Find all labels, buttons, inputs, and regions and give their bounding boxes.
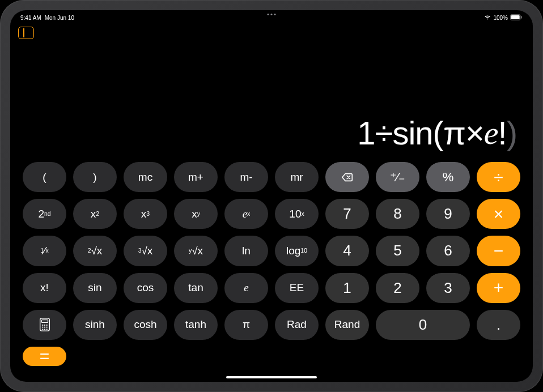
svg-point-8 bbox=[42, 327, 43, 328]
sinh-button[interactable]: sinh bbox=[73, 310, 117, 340]
pi-button[interactable]: π bbox=[224, 310, 268, 340]
battery-percent: 100% bbox=[493, 15, 508, 21]
subtract-button[interactable]: − bbox=[477, 236, 520, 266]
calculator-mode-button[interactable] bbox=[18, 27, 34, 39]
status-date: Mon Jun 10 bbox=[45, 15, 74, 21]
radians-button[interactable]: Rad bbox=[275, 310, 319, 340]
app-toolbar bbox=[10, 23, 533, 43]
factorial-button[interactable]: x! bbox=[23, 273, 66, 303]
svg-point-5 bbox=[42, 325, 43, 326]
add-button[interactable]: + bbox=[477, 273, 520, 303]
display-text-main: 1÷sin(π× bbox=[357, 114, 483, 152]
display-text-bang: ! bbox=[498, 114, 507, 152]
display-text-close: ) bbox=[507, 114, 517, 152]
e-power-x-button[interactable]: ex bbox=[224, 199, 268, 229]
svg-point-13 bbox=[46, 329, 47, 330]
status-right: 100% bbox=[484, 14, 523, 22]
screen: 9:41 AM Mon Jun 10 100% 1÷sin(π×e!) bbox=[10, 10, 533, 382]
backspace-button[interactable] bbox=[325, 162, 369, 192]
divide-button[interactable]: ÷ bbox=[477, 162, 520, 192]
digit-3-button[interactable]: 3 bbox=[426, 273, 470, 303]
status-time: 9:41 AM bbox=[20, 15, 41, 21]
cos-button[interactable]: cos bbox=[124, 273, 167, 303]
status-left: 9:41 AM Mon Jun 10 bbox=[20, 15, 74, 21]
ipad-frame: 9:41 AM Mon Jun 10 100% 1÷sin(π×e!) bbox=[0, 0, 543, 392]
digit-8-button[interactable]: 8 bbox=[376, 199, 419, 229]
svg-point-6 bbox=[44, 325, 45, 326]
digit-9-button[interactable]: 9 bbox=[426, 199, 470, 229]
multiply-button[interactable]: × bbox=[477, 199, 520, 229]
cosh-button[interactable]: cosh bbox=[124, 310, 167, 340]
battery-icon bbox=[510, 14, 523, 22]
right-paren-button[interactable]: ) bbox=[73, 162, 117, 192]
svg-point-9 bbox=[44, 327, 45, 328]
display-text-e: e bbox=[484, 114, 498, 152]
digit-1-button[interactable]: 1 bbox=[325, 273, 369, 303]
tanh-button[interactable]: tanh bbox=[174, 310, 218, 340]
wifi-icon bbox=[484, 14, 491, 21]
digit-2-button[interactable]: 2 bbox=[376, 273, 419, 303]
tan-button[interactable]: tan bbox=[174, 273, 218, 303]
svg-rect-1 bbox=[511, 15, 520, 19]
sin-button[interactable]: sin bbox=[73, 273, 117, 303]
cube-root-button[interactable]: 3√x bbox=[124, 236, 167, 266]
natural-log-button[interactable]: ln bbox=[224, 236, 268, 266]
memory-add-button[interactable]: m+ bbox=[174, 162, 218, 192]
second-function-button[interactable]: 2nd bbox=[23, 199, 66, 229]
calculator-display[interactable]: 1÷sin(π×e!) bbox=[10, 43, 533, 162]
digit-7-button[interactable]: 7 bbox=[325, 199, 369, 229]
ten-power-x-button[interactable]: 10x bbox=[275, 199, 319, 229]
status-bar: 9:41 AM Mon Jun 10 100% bbox=[10, 10, 533, 23]
decimal-point-button[interactable]: . bbox=[477, 310, 520, 340]
x-cubed-button[interactable]: x3 bbox=[124, 199, 167, 229]
random-button[interactable]: Rand bbox=[325, 310, 369, 340]
y-root-button[interactable]: y√x bbox=[174, 236, 218, 266]
digit-4-button[interactable]: 4 bbox=[325, 236, 369, 266]
basic-mode-button[interactable] bbox=[23, 310, 66, 340]
digit-6-button[interactable]: 6 bbox=[426, 236, 470, 266]
digit-0-button[interactable]: 0 bbox=[376, 310, 470, 340]
svg-point-12 bbox=[44, 329, 45, 330]
x-power-y-button[interactable]: xy bbox=[174, 199, 218, 229]
memory-subtract-button[interactable]: m- bbox=[224, 162, 268, 192]
log-base-10-button[interactable]: log10 bbox=[275, 236, 319, 266]
ee-exponent-button[interactable]: EE bbox=[275, 273, 319, 303]
plus-minus-button[interactable]: ⁺∕₋ bbox=[376, 162, 419, 192]
calculator-icon bbox=[39, 318, 50, 331]
backspace-icon bbox=[341, 171, 354, 184]
svg-point-10 bbox=[46, 327, 47, 328]
home-indicator[interactable] bbox=[226, 376, 317, 378]
svg-rect-2 bbox=[521, 16, 521, 18]
left-paren-button[interactable]: ( bbox=[23, 162, 66, 192]
reciprocal-button[interactable]: 1∕x bbox=[23, 236, 66, 266]
svg-point-11 bbox=[42, 329, 43, 330]
keypad: ( ) mc m+ m- mr ⁺∕₋ % ÷ 2nd x2 x3 xy ex … bbox=[10, 162, 533, 382]
equals-button[interactable]: = bbox=[23, 347, 66, 366]
square-root-button[interactable]: 2√x bbox=[73, 236, 117, 266]
svg-point-7 bbox=[46, 325, 47, 326]
percent-button[interactable]: % bbox=[426, 162, 470, 192]
svg-rect-4 bbox=[41, 320, 48, 323]
euler-e-button[interactable]: e bbox=[224, 273, 268, 303]
x-squared-button[interactable]: x2 bbox=[73, 199, 117, 229]
memory-recall-button[interactable]: mr bbox=[275, 162, 319, 192]
multitask-dots[interactable] bbox=[268, 14, 276, 15]
memory-clear-button[interactable]: mc bbox=[124, 162, 167, 192]
digit-5-button[interactable]: 5 bbox=[376, 236, 419, 266]
